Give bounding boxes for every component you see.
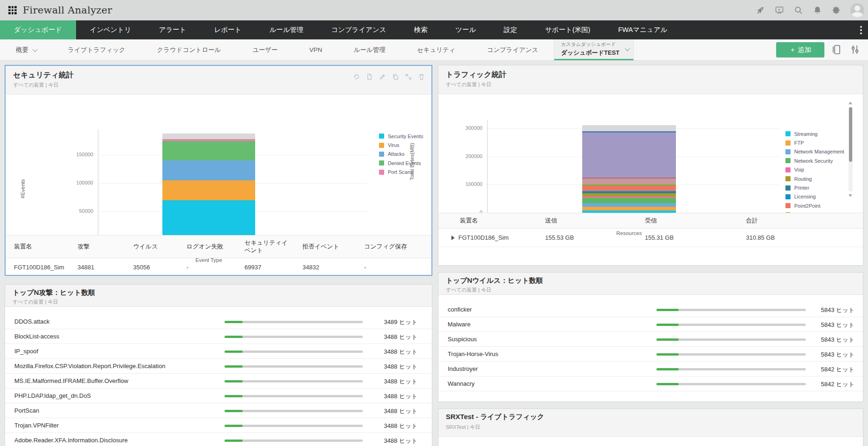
list-item[interactable]: Suspicious5843 ヒット [438,332,863,347]
bar-segment-point2point[interactable] [582,186,676,191]
legend-item-attacks[interactable]: Attacks [379,150,423,159]
bar-segment-network-management[interactable] [582,203,676,207]
legend-item-point2point[interactable]: Point2Point [785,201,844,210]
bar-segment[interactable] [582,125,676,131]
bar-segment-ftp[interactable] [582,207,676,210]
legend-item-ftp[interactable]: FTP [785,138,844,147]
list-item[interactable]: Trojan-Horse-Virus5843 ヒット [438,347,863,362]
table-row[interactable]: FGT100D186_Sim 155.53 GB 155.31 GB 310.8… [438,229,863,247]
bar-segment-virus[interactable] [162,180,255,200]
list-item[interactable]: conficker5843 ヒット [438,302,863,317]
getting-started-rocket-icon[interactable] [755,5,765,15]
item-name: conficker [448,306,472,313]
legend-item-denied-events[interactable]: Denied Events [379,159,423,167]
legend-item-licensing[interactable]: Licensing [785,192,844,201]
search-icon[interactable] [793,5,804,15]
export-report-icon[interactable] [366,73,373,80]
dashboard-subnav: 概要 ライブトラフィック クラウドコントロール ユーザー VPN ルール管理 セ… [0,39,868,61]
scroll-up-icon[interactable] [849,102,852,104]
nav-item-settings[interactable]: 設定 [490,20,531,39]
nav-item-rule-management[interactable]: ルール管理 [256,20,317,39]
edit-icon[interactable] [379,73,386,80]
hit-bar-track [656,383,806,385]
app-launcher-icon[interactable] [8,6,17,14]
item-name: Industroyer [448,365,478,372]
nav-item-compliance[interactable]: コンプライアンス [317,20,400,39]
table-row[interactable]: FGT100D186_Sim 34881 35056 - 69937 34832… [6,258,431,277]
subnav-tab-compliance[interactable]: コンプライアンス [471,39,554,60]
nav-item-search[interactable]: 検索 [400,20,442,39]
chevron-down-icon[interactable] [32,46,38,51]
subnav-tab-live-traffic[interactable]: ライブトラフィック [52,39,141,60]
subnav-tab-vpn[interactable]: VPN [294,39,338,60]
list-item[interactable]: DDOS.attack3489 ヒット [5,314,432,329]
nav-item-alerts[interactable]: アラート [145,20,200,39]
nav-item-tools[interactable]: ツール [442,20,490,39]
add-widget-button[interactable]: ＋ 追加 [776,42,824,57]
nav-overflow-kebab-icon[interactable] [854,20,868,39]
list-item[interactable]: Adobe.Reader.XFA.Information.Disclosure3… [5,433,432,446]
bar-segment-denied-events[interactable] [162,141,255,161]
legend-item-printer[interactable]: Printer [785,183,844,192]
subnav-tab-security[interactable]: セキュリティ [401,39,471,60]
bar-segment[interactable] [582,178,676,184]
hit-count: 3488 ヒット [384,348,418,356]
subnav-tab-cloud-control[interactable]: クラウドコントロール [141,39,237,60]
stacked-bar[interactable] [582,120,676,213]
list-item[interactable]: Wannacry5842 ヒット [438,376,863,391]
chevron-down-icon[interactable] [625,46,630,51]
bar-segment-security-events[interactable] [162,200,255,240]
delete-trash-icon[interactable] [418,73,425,80]
scroll-down-icon[interactable] [849,194,852,197]
nav-item-support[interactable]: サポート(米国) [531,20,604,39]
subnav-tab-users[interactable]: ユーザー [237,39,294,60]
chart-legend: StreamingFTPNetwork ManagementNetwork Se… [785,129,844,217]
legend-item-virus[interactable]: Virus [379,140,423,149]
bar-segment-routing[interactable] [582,193,676,197]
settings-gear-icon[interactable] [831,5,842,15]
legend-scrollbar[interactable] [849,107,853,191]
list-item[interactable]: IP_spoof3488 ヒット [5,344,432,359]
list-item[interactable]: Mozilla.Firefox.CSP.Violation.Report.Pri… [5,359,432,374]
legend-item-network-management[interactable]: Network Management [785,147,844,156]
list-item[interactable]: Trojan.VPNFilter3488 ヒット [5,418,432,433]
hit-count: 5843 ヒット [821,306,855,314]
legend-item-network-security[interactable]: Network Security [785,156,844,165]
stacked-bar[interactable] [162,129,255,240]
bar-segment-network-security[interactable] [582,198,676,203]
user-avatar[interactable] [850,3,864,17]
list-item[interactable]: PHP.LDAP.ldap_get_dn.DoS3488 ヒット [5,389,432,403]
cell-device-name[interactable]: FGT100D186_Sim [6,258,69,276]
nav-item-manual[interactable]: FWAマニュアル [604,20,681,39]
list-item[interactable]: Industroyer5842 ヒット [438,362,863,376]
demo-video-icon[interactable] [774,5,784,15]
legend-item-security-events[interactable]: Security Events [379,132,423,140]
bar-segment-attacks[interactable] [162,160,255,180]
nav-item-inventory[interactable]: インベントリ [76,20,145,39]
notifications-bell-icon[interactable] [812,5,823,15]
expand-row-icon[interactable] [451,236,455,240]
legend-item-voip[interactable]: Voip [785,166,844,174]
subnav-tab-rule-management[interactable]: ルール管理 [338,39,401,60]
refresh-icon[interactable] [353,73,360,80]
layout-columns-icon[interactable] [831,44,843,56]
list-item[interactable]: MS.IE.Malformed.IFRAME.Buffer.Overflow34… [5,374,432,389]
filter-sliders-icon[interactable] [849,44,862,56]
subnav-tab-overview[interactable]: 概要 [0,39,52,60]
expand-icon[interactable] [405,73,412,80]
cell-device-name[interactable]: FGT100D186_Sim [458,234,508,241]
scrollbar-thumb[interactable] [849,107,852,162]
copy-icon[interactable] [392,73,399,80]
list-item[interactable]: BlockList-access3488 ヒット [5,329,432,344]
list-item[interactable]: Malware5843 ヒット [438,317,863,332]
nav-item-reports[interactable]: レポート [200,20,256,39]
list-item[interactable]: PortScan3488 ヒット [5,403,432,418]
bar-segment[interactable] [162,134,255,139]
nav-item-dashboard[interactable]: ダッシュボード [0,20,76,39]
legend-item-port-scans[interactable]: Port Scans [379,168,423,177]
subnav-tab-custom-dashboard[interactable]: カスタムダッシュボード ダッシュボードTEST [554,39,634,60]
legend-item-routing[interactable]: Routing [785,174,844,183]
bar-segment[interactable] [582,133,676,178]
legend-item-streaming[interactable]: Streaming [785,129,844,138]
legend-swatch [785,194,791,199]
